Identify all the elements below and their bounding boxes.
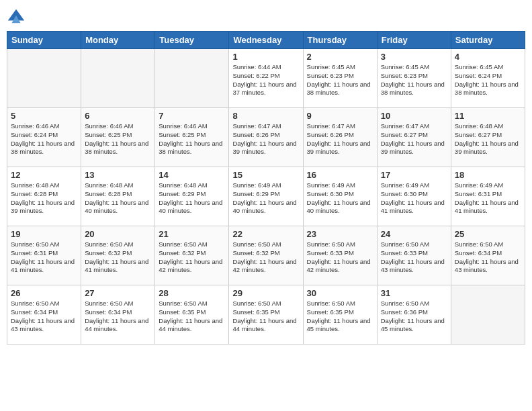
day-number: 31 [381, 288, 447, 298]
calendar-cell [7, 49, 81, 108]
day-info: Sunrise: 6:46 AMSunset: 6:25 PMDaylight:… [85, 122, 151, 156]
day-info: Sunrise: 6:48 AMSunset: 6:28 PMDaylight:… [85, 181, 151, 216]
page: SundayMondayTuesdayWednesdayThursdayFrid… [0, 0, 532, 411]
day-number: 10 [381, 111, 447, 121]
calendar-cell: 13Sunrise: 6:48 AMSunset: 6:28 PMDayligh… [81, 167, 155, 226]
calendar-cell [81, 49, 155, 108]
calendar-cell: 14Sunrise: 6:48 AMSunset: 6:29 PMDayligh… [155, 167, 229, 226]
day-info: Sunrise: 6:50 AMSunset: 6:35 PMDaylight:… [307, 300, 373, 334]
day-number: 1 [232, 52, 299, 62]
logo [7, 7, 28, 26]
day-number: 2 [307, 52, 373, 62]
day-number: 12 [11, 170, 77, 180]
day-info: Sunrise: 6:50 AMSunset: 6:35 PMDaylight:… [159, 300, 225, 334]
day-number: 30 [307, 288, 373, 298]
calendar-week-5: 26Sunrise: 6:50 AMSunset: 6:34 PMDayligh… [7, 285, 525, 345]
day-info: Sunrise: 6:50 AMSunset: 6:32 PMDaylight:… [85, 240, 151, 275]
calendar-week-1: 1Sunrise: 6:44 AMSunset: 6:22 PMDaylight… [7, 49, 525, 108]
day-info: Sunrise: 6:50 AMSunset: 6:34 PMDaylight:… [455, 240, 521, 275]
calendar-table: SundayMondayTuesdayWednesdayThursdayFrid… [7, 31, 525, 345]
day-info: Sunrise: 6:50 AMSunset: 6:31 PMDaylight:… [11, 240, 77, 275]
weekday-header-thursday: Thursday [303, 32, 377, 49]
weekday-header-friday: Friday [377, 32, 451, 49]
calendar-cell: 7Sunrise: 6:46 AMSunset: 6:25 PMDaylight… [155, 108, 229, 167]
day-info: Sunrise: 6:45 AMSunset: 6:23 PMDaylight:… [307, 63, 373, 97]
calendar-cell: 22Sunrise: 6:50 AMSunset: 6:32 PMDayligh… [229, 226, 303, 285]
day-number: 20 [85, 229, 151, 239]
weekday-header-saturday: Saturday [451, 32, 525, 49]
calendar-cell: 24Sunrise: 6:50 AMSunset: 6:33 PMDayligh… [377, 226, 451, 285]
weekday-header-wednesday: Wednesday [229, 32, 303, 49]
day-number: 13 [85, 170, 151, 180]
calendar-cell: 9Sunrise: 6:47 AMSunset: 6:26 PMDaylight… [303, 108, 377, 167]
day-number: 7 [159, 111, 225, 121]
calendar-week-3: 12Sunrise: 6:48 AMSunset: 6:28 PMDayligh… [7, 167, 525, 226]
day-number: 21 [159, 229, 225, 239]
day-number: 26 [11, 288, 77, 298]
day-info: Sunrise: 6:50 AMSunset: 6:32 PMDaylight:… [232, 240, 299, 275]
calendar-cell: 29Sunrise: 6:50 AMSunset: 6:35 PMDayligh… [229, 285, 303, 345]
day-info: Sunrise: 6:49 AMSunset: 6:29 PMDaylight:… [232, 181, 299, 216]
day-info: Sunrise: 6:47 AMSunset: 6:26 PMDaylight:… [232, 122, 299, 156]
day-info: Sunrise: 6:46 AMSunset: 6:24 PMDaylight:… [11, 122, 77, 156]
day-number: 9 [307, 111, 373, 121]
day-info: Sunrise: 6:50 AMSunset: 6:34 PMDaylight:… [85, 300, 151, 334]
day-info: Sunrise: 6:50 AMSunset: 6:34 PMDaylight:… [11, 300, 77, 334]
day-number: 29 [232, 288, 299, 298]
day-info: Sunrise: 6:50 AMSunset: 6:32 PMDaylight:… [159, 240, 225, 275]
day-number: 14 [159, 170, 225, 180]
day-number: 15 [232, 170, 299, 180]
calendar-cell: 28Sunrise: 6:50 AMSunset: 6:35 PMDayligh… [155, 285, 229, 345]
calendar-cell: 23Sunrise: 6:50 AMSunset: 6:33 PMDayligh… [303, 226, 377, 285]
day-number: 3 [381, 52, 447, 62]
day-number: 11 [455, 111, 521, 121]
day-number: 22 [232, 229, 299, 239]
calendar-cell [155, 49, 229, 108]
calendar-cell: 3Sunrise: 6:45 AMSunset: 6:23 PMDaylight… [377, 49, 451, 108]
day-info: Sunrise: 6:49 AMSunset: 6:30 PMDaylight:… [381, 181, 447, 216]
calendar-cell: 12Sunrise: 6:48 AMSunset: 6:28 PMDayligh… [7, 167, 81, 226]
calendar-cell: 8Sunrise: 6:47 AMSunset: 6:26 PMDaylight… [229, 108, 303, 167]
calendar-cell: 31Sunrise: 6:50 AMSunset: 6:36 PMDayligh… [377, 285, 451, 345]
calendar-cell: 1Sunrise: 6:44 AMSunset: 6:22 PMDaylight… [229, 49, 303, 108]
weekday-header-monday: Monday [81, 32, 155, 49]
day-number: 25 [455, 229, 521, 239]
day-info: Sunrise: 6:46 AMSunset: 6:25 PMDaylight:… [159, 122, 225, 156]
day-info: Sunrise: 6:50 AMSunset: 6:33 PMDaylight:… [381, 240, 447, 275]
calendar-cell: 21Sunrise: 6:50 AMSunset: 6:32 PMDayligh… [155, 226, 229, 285]
day-info: Sunrise: 6:47 AMSunset: 6:26 PMDaylight:… [307, 122, 373, 156]
day-number: 23 [307, 229, 373, 239]
header [7, 7, 525, 26]
day-number: 18 [455, 170, 521, 180]
calendar-cell: 16Sunrise: 6:49 AMSunset: 6:30 PMDayligh… [303, 167, 377, 226]
day-number: 6 [85, 111, 151, 121]
calendar-cell: 17Sunrise: 6:49 AMSunset: 6:30 PMDayligh… [377, 167, 451, 226]
calendar-cell: 15Sunrise: 6:49 AMSunset: 6:29 PMDayligh… [229, 167, 303, 226]
calendar-cell: 20Sunrise: 6:50 AMSunset: 6:32 PMDayligh… [81, 226, 155, 285]
calendar-cell: 19Sunrise: 6:50 AMSunset: 6:31 PMDayligh… [7, 226, 81, 285]
calendar-cell: 11Sunrise: 6:48 AMSunset: 6:27 PMDayligh… [451, 108, 525, 167]
logo-icon [7, 7, 26, 26]
day-number: 5 [11, 111, 77, 121]
calendar-cell: 30Sunrise: 6:50 AMSunset: 6:35 PMDayligh… [303, 285, 377, 345]
day-info: Sunrise: 6:50 AMSunset: 6:36 PMDaylight:… [381, 300, 447, 334]
calendar-cell: 2Sunrise: 6:45 AMSunset: 6:23 PMDaylight… [303, 49, 377, 108]
calendar-cell [451, 285, 525, 345]
day-number: 8 [232, 111, 299, 121]
day-info: Sunrise: 6:49 AMSunset: 6:30 PMDaylight:… [307, 181, 373, 216]
calendar-cell: 5Sunrise: 6:46 AMSunset: 6:24 PMDaylight… [7, 108, 81, 167]
weekday-header-row: SundayMondayTuesdayWednesdayThursdayFrid… [7, 32, 525, 49]
day-info: Sunrise: 6:48 AMSunset: 6:29 PMDaylight:… [159, 181, 225, 216]
calendar-week-4: 19Sunrise: 6:50 AMSunset: 6:31 PMDayligh… [7, 226, 525, 285]
calendar-cell: 4Sunrise: 6:45 AMSunset: 6:24 PMDaylight… [451, 49, 525, 108]
day-info: Sunrise: 6:50 AMSunset: 6:35 PMDaylight:… [232, 300, 299, 334]
calendar-cell: 26Sunrise: 6:50 AMSunset: 6:34 PMDayligh… [7, 285, 81, 345]
day-number: 27 [85, 288, 151, 298]
calendar-week-2: 5Sunrise: 6:46 AMSunset: 6:24 PMDaylight… [7, 108, 525, 167]
calendar-cell: 25Sunrise: 6:50 AMSunset: 6:34 PMDayligh… [451, 226, 525, 285]
day-number: 24 [381, 229, 447, 239]
day-info: Sunrise: 6:50 AMSunset: 6:33 PMDaylight:… [307, 240, 373, 275]
weekday-header-sunday: Sunday [7, 32, 81, 49]
calendar-cell: 27Sunrise: 6:50 AMSunset: 6:34 PMDayligh… [81, 285, 155, 345]
day-info: Sunrise: 6:45 AMSunset: 6:24 PMDaylight:… [455, 63, 521, 97]
